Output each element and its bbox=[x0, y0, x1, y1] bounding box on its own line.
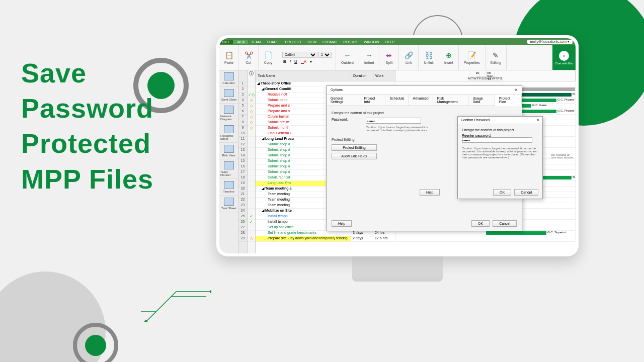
menu-file[interactable]: FILE bbox=[219, 40, 233, 44]
sidebar-item-gantt-chart[interactable]: Gantt Chart bbox=[219, 87, 238, 104]
table-header: Task Name Duration Work 1508 Nov '15 MTW… bbox=[256, 70, 576, 81]
password-label: Password: bbox=[332, 118, 362, 121]
underline-button[interactable]: U bbox=[293, 59, 298, 64]
password-caution: Caution: If you lose or forget the passw… bbox=[366, 126, 436, 132]
bold-button[interactable]: B bbox=[282, 59, 287, 64]
close-icon[interactable]: ✕ bbox=[515, 88, 518, 92]
tab-advanced[interactable]: Advanced bbox=[409, 95, 433, 106]
menu-view[interactable]: VIEW bbox=[304, 40, 319, 44]
split-button[interactable]: ⬌Split bbox=[379, 45, 399, 70]
options-ok-button[interactable]: OK bbox=[471, 220, 490, 227]
unlink-icon: ⛓️ bbox=[424, 51, 433, 60]
link-button[interactable]: 🔗Link bbox=[399, 45, 419, 70]
monitor: FILE TASK TEAM SHARE PROJECT VIEW FORMAT… bbox=[216, 35, 579, 282]
confirm-encrypt-label: Encrypt the content of this project bbox=[462, 128, 538, 132]
fontsize-select[interactable]: 11 bbox=[318, 52, 332, 58]
bg-ring-dot-bottom bbox=[73, 323, 118, 362]
table-row[interactable]: Prepare site - lay down yard and tempora… bbox=[256, 236, 576, 242]
italic-button[interactable]: I bbox=[289, 59, 292, 64]
menu-help[interactable]: HELP bbox=[382, 40, 397, 44]
sidebar: CalendarGantt ChartNetwork DiagramResour… bbox=[219, 70, 238, 253]
svg-point-2 bbox=[210, 290, 211, 293]
font-select[interactable]: Calibri bbox=[282, 52, 317, 58]
unlink-button[interactable]: ⛓️Unlink bbox=[419, 45, 439, 70]
ribbon: 📋Paste ✂️Cut 📄Copy Calibri 11 B I U ▁A ▾ bbox=[219, 45, 576, 70]
properties-icon: 📝 bbox=[467, 51, 476, 60]
insert-icon: ⊕ bbox=[444, 51, 453, 60]
tab-risk-management[interactable]: Risk Management bbox=[433, 95, 469, 106]
tab-schedule[interactable]: Schedule bbox=[385, 95, 409, 106]
allow-edit-button[interactable]: Allow Edit Fields bbox=[332, 153, 377, 159]
paste-icon: 📋 bbox=[224, 51, 233, 60]
row-indicators: ⓘ✓◇◇◇◇◇◇◇✓✓◇ bbox=[248, 70, 256, 253]
options-dialog: Options✕ General SettingsProject InfoSch… bbox=[326, 85, 522, 231]
sidebar-item-team-planner[interactable]: Team Planner bbox=[219, 159, 238, 179]
col-task-name[interactable]: Task Name bbox=[256, 70, 351, 81]
confirm-ok-button[interactable]: OK bbox=[493, 189, 511, 196]
password-input[interactable] bbox=[366, 118, 421, 124]
menu-team[interactable]: TEAM bbox=[248, 40, 264, 44]
link-icon: 🔗 bbox=[404, 51, 413, 60]
split-icon: ⬌ bbox=[384, 51, 393, 60]
user-dropdown[interactable]: emily@housatonic.com ▾ bbox=[527, 40, 573, 44]
monitor-stand bbox=[352, 256, 443, 282]
outdent-icon: ← bbox=[343, 51, 352, 60]
sidebar-item-network-diagram[interactable]: Network Diagram bbox=[219, 104, 238, 123]
copy-icon: 📄 bbox=[264, 51, 273, 60]
table-row[interactable]: Set line and grade benchmarks3 days24 hr… bbox=[256, 231, 576, 236]
confirm-password-dialog: Confirm Password✕ Encrypt the content of… bbox=[457, 116, 543, 199]
decor-lines-bottomleft bbox=[141, 282, 211, 322]
menu-report[interactable]: REPORT bbox=[340, 40, 361, 44]
menu-share[interactable]: SHARE bbox=[264, 40, 282, 44]
menubar: FILE TASK TEAM SHARE PROJECT VIEW FORMAT… bbox=[219, 38, 576, 45]
row-numbers: 1234567891011121314151617181920212223242… bbox=[238, 70, 248, 253]
tab-usage-data[interactable]: Usage Data bbox=[468, 95, 495, 106]
col-work[interactable]: Work bbox=[373, 70, 395, 81]
menu-project[interactable]: PROJECT bbox=[282, 40, 305, 44]
encrypt-section: Encrypt the content of this project bbox=[332, 111, 517, 115]
tab-project-info[interactable]: Project Info bbox=[360, 95, 386, 106]
options-title: Options bbox=[331, 88, 343, 92]
paste-button[interactable]: 📋Paste bbox=[219, 45, 239, 70]
reenter-password-input[interactable] bbox=[462, 137, 532, 143]
chat-icon: ⏸ bbox=[559, 51, 569, 61]
properties-button[interactable]: 📝Properties bbox=[459, 45, 486, 70]
confirm-title: Confirm Password bbox=[461, 118, 490, 122]
cut-icon: ✂️ bbox=[244, 51, 253, 60]
sidebar-item-resource-sheet[interactable]: Resource Sheet bbox=[219, 123, 238, 143]
col-duration[interactable]: Duration bbox=[351, 70, 373, 81]
close-icon[interactable]: ✕ bbox=[536, 118, 539, 122]
reenter-label: Reenter password: bbox=[462, 134, 538, 137]
confirm-caution: Caution: If you lose or forget the passw… bbox=[462, 147, 538, 159]
tab-general-settings[interactable]: General Settings bbox=[327, 95, 360, 106]
indent-icon: → bbox=[365, 51, 374, 60]
tab-protect-plan[interactable]: Protect Plan bbox=[495, 95, 522, 106]
options-help-button[interactable]: Help bbox=[332, 220, 352, 227]
menu-window[interactable]: WINDOW bbox=[361, 40, 382, 44]
editing-button[interactable]: ✎Editing bbox=[486, 45, 507, 70]
options-cancel-button[interactable]: Cancel bbox=[493, 220, 517, 227]
fill-color-button[interactable]: ▾ bbox=[309, 59, 313, 64]
cut-button[interactable]: ✂️Cut bbox=[239, 45, 259, 70]
headline-text: SavePasswordProtectedMPP Files bbox=[21, 55, 153, 197]
sidebar-item-calendar[interactable]: Calendar bbox=[219, 70, 238, 87]
font-color-button[interactable]: ▁A bbox=[300, 59, 307, 64]
editing-icon: ✎ bbox=[491, 51, 500, 60]
confirm-help-button[interactable]: Help bbox=[420, 189, 440, 196]
sidebar-item-task-sheet[interactable]: Task Sheet bbox=[219, 196, 238, 212]
copy-button[interactable]: 📄Copy bbox=[259, 45, 278, 70]
insert-button[interactable]: ⊕Insert bbox=[439, 45, 459, 70]
outdent-button[interactable]: ←Outdent bbox=[336, 45, 359, 70]
menu-task[interactable]: TASK bbox=[233, 40, 248, 44]
protect-editing-button[interactable]: Protect Editing bbox=[332, 144, 377, 151]
menu-format[interactable]: FORMAT bbox=[319, 40, 340, 44]
gantt-timeline-header: 1508 Nov '15 MTWTFSSMTWTFS bbox=[395, 70, 576, 81]
sidebar-item-risk-view[interactable]: Risk View bbox=[219, 143, 238, 159]
sidebar-item-timeline[interactable]: Timeline bbox=[219, 179, 238, 196]
font-group: Calibri 11 B I U ▁A ▾ bbox=[278, 45, 336, 70]
chat-panel[interactable]: ⏸Chat with Eric bbox=[552, 45, 576, 70]
options-tabs: General SettingsProject InfoScheduleAdva… bbox=[327, 95, 522, 106]
confirm-cancel-button[interactable]: Cancel bbox=[514, 189, 538, 196]
indent-button[interactable]: →Indent bbox=[359, 45, 379, 70]
